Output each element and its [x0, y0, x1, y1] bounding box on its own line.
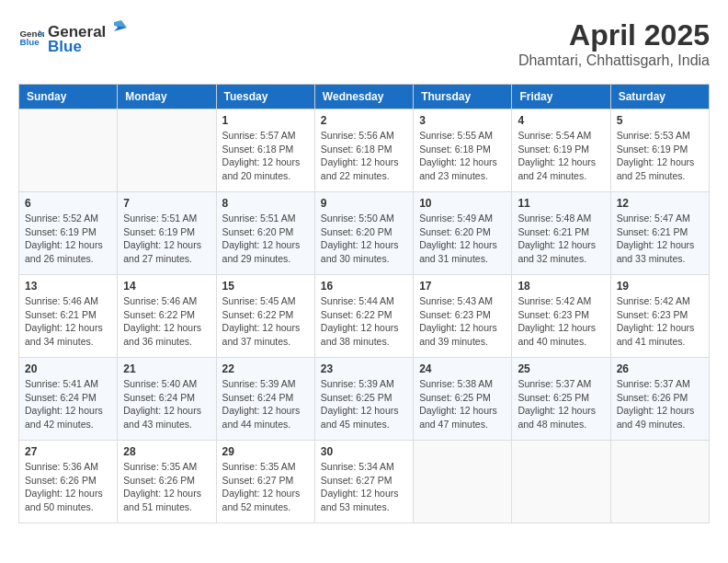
day-info: Sunrise: 5:51 AM Sunset: 6:20 PM Dayligh… — [222, 212, 309, 266]
svg-text:Blue: Blue — [19, 37, 40, 47]
day-info: Sunrise: 5:35 AM Sunset: 6:26 PM Dayligh… — [123, 460, 210, 514]
day-info: Sunrise: 5:34 AM Sunset: 6:27 PM Dayligh… — [321, 460, 407, 514]
day-info: Sunrise: 5:40 AM Sunset: 6:24 PM Dayligh… — [123, 377, 210, 431]
day-number: 21 — [123, 362, 210, 375]
day-number: 15 — [222, 280, 309, 293]
calendar-cell: 19Sunrise: 5:42 AM Sunset: 6:23 PM Dayli… — [610, 275, 709, 358]
calendar-cell: 24Sunrise: 5:38 AM Sunset: 6:25 PM Dayli… — [414, 358, 512, 441]
day-info: Sunrise: 5:56 AM Sunset: 6:18 PM Dayligh… — [321, 129, 407, 183]
day-info: Sunrise: 5:45 AM Sunset: 6:22 PM Dayligh… — [222, 294, 309, 349]
page-header: General Blue General Blue April 2025 Dha… — [18, 18, 710, 69]
svg-marker-5 — [114, 20, 127, 28]
calendar-header-row: SundayMondayTuesdayWednesdayThursdayFrid… — [19, 85, 710, 109]
day-number: 4 — [518, 114, 604, 127]
day-info: Sunrise: 5:51 AM Sunset: 6:19 PM Dayligh… — [123, 212, 210, 266]
day-number: 20 — [25, 362, 111, 375]
header-friday: Friday — [512, 85, 610, 109]
calendar-cell: 16Sunrise: 5:44 AM Sunset: 6:22 PM Dayli… — [314, 275, 413, 358]
day-info: Sunrise: 5:48 AM Sunset: 6:21 PM Dayligh… — [518, 212, 604, 266]
calendar-cell: 5Sunrise: 5:53 AM Sunset: 6:19 PM Daylig… — [610, 109, 709, 192]
calendar-week-3: 13Sunrise: 5:46 AM Sunset: 6:21 PM Dayli… — [19, 275, 710, 358]
calendar-cell: 12Sunrise: 5:47 AM Sunset: 6:21 PM Dayli… — [610, 192, 709, 275]
calendar-cell: 25Sunrise: 5:37 AM Sunset: 6:25 PM Dayli… — [512, 358, 610, 441]
logo: General Blue General Blue — [18, 18, 128, 56]
day-number: 28 — [123, 445, 210, 458]
day-number: 6 — [25, 197, 111, 210]
calendar-cell — [512, 441, 610, 523]
calendar-cell: 18Sunrise: 5:42 AM Sunset: 6:23 PM Dayli… — [512, 275, 610, 358]
calendar-cell: 20Sunrise: 5:41 AM Sunset: 6:24 PM Dayli… — [19, 358, 118, 441]
calendar-week-2: 6Sunrise: 5:52 AM Sunset: 6:19 PM Daylig… — [19, 192, 710, 275]
day-number: 11 — [518, 197, 604, 210]
day-number: 13 — [25, 280, 111, 293]
calendar-cell: 9Sunrise: 5:50 AM Sunset: 6:20 PM Daylig… — [314, 192, 413, 275]
calendar-cell: 28Sunrise: 5:35 AM Sunset: 6:26 PM Dayli… — [118, 441, 216, 523]
logo-bird-icon — [107, 18, 127, 37]
calendar-cell: 30Sunrise: 5:34 AM Sunset: 6:27 PM Dayli… — [314, 441, 413, 523]
logo-icon: General Blue — [18, 25, 44, 51]
day-number: 16 — [321, 280, 407, 293]
day-info: Sunrise: 5:44 AM Sunset: 6:22 PM Dayligh… — [321, 294, 407, 349]
day-number: 25 — [518, 362, 604, 375]
day-number: 8 — [222, 197, 309, 210]
day-info: Sunrise: 5:43 AM Sunset: 6:23 PM Dayligh… — [419, 294, 506, 349]
day-number: 7 — [123, 197, 210, 210]
title-area: April 2025 Dhamtari, Chhattisgarh, India — [518, 18, 710, 69]
day-number: 24 — [419, 362, 506, 375]
day-info: Sunrise: 5:55 AM Sunset: 6:18 PM Dayligh… — [419, 129, 506, 183]
calendar-cell: 29Sunrise: 5:35 AM Sunset: 6:27 PM Dayli… — [216, 441, 314, 523]
subtitle: Dhamtari, Chhattisgarh, India — [518, 52, 710, 69]
day-number: 29 — [222, 445, 309, 458]
calendar-cell: 10Sunrise: 5:49 AM Sunset: 6:20 PM Dayli… — [414, 192, 512, 275]
day-info: Sunrise: 5:39 AM Sunset: 6:24 PM Dayligh… — [222, 377, 309, 431]
day-number: 19 — [617, 280, 703, 293]
day-info: Sunrise: 5:35 AM Sunset: 6:27 PM Dayligh… — [222, 460, 309, 514]
day-info: Sunrise: 5:37 AM Sunset: 6:26 PM Dayligh… — [617, 377, 703, 431]
day-number: 22 — [222, 362, 309, 375]
day-info: Sunrise: 5:41 AM Sunset: 6:24 PM Dayligh… — [25, 377, 111, 431]
day-info: Sunrise: 5:42 AM Sunset: 6:23 PM Dayligh… — [617, 294, 703, 349]
calendar-cell: 23Sunrise: 5:39 AM Sunset: 6:25 PM Dayli… — [314, 358, 413, 441]
header-monday: Monday — [118, 85, 216, 109]
calendar-cell: 1Sunrise: 5:57 AM Sunset: 6:18 PM Daylig… — [216, 109, 314, 192]
calendar-cell: 26Sunrise: 5:37 AM Sunset: 6:26 PM Dayli… — [610, 358, 709, 441]
day-info: Sunrise: 5:36 AM Sunset: 6:26 PM Dayligh… — [25, 460, 111, 514]
day-info: Sunrise: 5:57 AM Sunset: 6:18 PM Dayligh… — [222, 129, 309, 183]
calendar-cell — [610, 441, 709, 523]
day-number: 3 — [419, 114, 506, 127]
day-number: 10 — [419, 197, 506, 210]
calendar-cell: 22Sunrise: 5:39 AM Sunset: 6:24 PM Dayli… — [216, 358, 314, 441]
header-thursday: Thursday — [414, 85, 512, 109]
calendar-cell — [118, 109, 216, 192]
calendar-cell: 7Sunrise: 5:51 AM Sunset: 6:19 PM Daylig… — [118, 192, 216, 275]
day-info: Sunrise: 5:46 AM Sunset: 6:21 PM Dayligh… — [25, 294, 111, 349]
calendar-cell: 17Sunrise: 5:43 AM Sunset: 6:23 PM Dayli… — [414, 275, 512, 358]
day-info: Sunrise: 5:54 AM Sunset: 6:19 PM Dayligh… — [518, 129, 604, 183]
calendar-cell: 11Sunrise: 5:48 AM Sunset: 6:21 PM Dayli… — [512, 192, 610, 275]
calendar-week-5: 27Sunrise: 5:36 AM Sunset: 6:26 PM Dayli… — [19, 441, 710, 523]
calendar-cell: 27Sunrise: 5:36 AM Sunset: 6:26 PM Dayli… — [19, 441, 118, 523]
day-number: 18 — [518, 280, 604, 293]
day-number: 9 — [321, 197, 407, 210]
day-number: 1 — [222, 114, 309, 127]
day-number: 30 — [321, 445, 407, 458]
calendar-cell: 13Sunrise: 5:46 AM Sunset: 6:21 PM Dayli… — [19, 275, 118, 358]
calendar-week-1: 1Sunrise: 5:57 AM Sunset: 6:18 PM Daylig… — [19, 109, 710, 192]
header-tuesday: Tuesday — [216, 85, 314, 109]
header-saturday: Saturday — [610, 85, 709, 109]
header-sunday: Sunday — [19, 85, 118, 109]
calendar-table: SundayMondayTuesdayWednesdayThursdayFrid… — [18, 84, 710, 523]
calendar-cell: 6Sunrise: 5:52 AM Sunset: 6:19 PM Daylig… — [19, 192, 118, 275]
calendar-week-4: 20Sunrise: 5:41 AM Sunset: 6:24 PM Dayli… — [19, 358, 710, 441]
day-info: Sunrise: 5:37 AM Sunset: 6:25 PM Dayligh… — [518, 377, 604, 431]
calendar-cell: 8Sunrise: 5:51 AM Sunset: 6:20 PM Daylig… — [216, 192, 314, 275]
day-info: Sunrise: 5:38 AM Sunset: 6:25 PM Dayligh… — [419, 377, 506, 431]
day-info: Sunrise: 5:52 AM Sunset: 6:19 PM Dayligh… — [25, 212, 111, 266]
day-info: Sunrise: 5:53 AM Sunset: 6:19 PM Dayligh… — [617, 129, 703, 183]
day-number: 12 — [617, 197, 703, 210]
day-info: Sunrise: 5:50 AM Sunset: 6:20 PM Dayligh… — [321, 212, 407, 266]
calendar-cell: 4Sunrise: 5:54 AM Sunset: 6:19 PM Daylig… — [512, 109, 610, 192]
calendar-cell: 21Sunrise: 5:40 AM Sunset: 6:24 PM Dayli… — [118, 358, 216, 441]
day-number: 26 — [617, 362, 703, 375]
day-info: Sunrise: 5:39 AM Sunset: 6:25 PM Dayligh… — [321, 377, 407, 431]
